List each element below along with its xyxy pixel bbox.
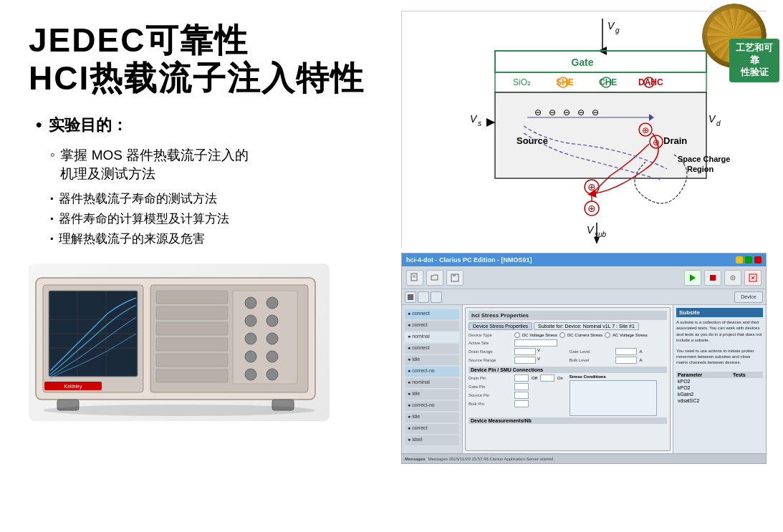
toolbar-export[interactable] bbox=[744, 270, 762, 286]
detail-item-3: 理解热载流子的来源及危害 bbox=[50, 231, 373, 247]
sw-main-content: Device ● connect ● correct ● nominal ● c… bbox=[402, 266, 766, 463]
bulk-level-input[interactable] bbox=[615, 357, 637, 364]
page-container: JEDEC可靠性 HCI热载流子注入特性 实验目的： 掌握 MOS 器件热载流子… bbox=[0, 0, 783, 532]
param-row-1: kPO2 bbox=[676, 378, 763, 385]
svg-rect-90 bbox=[408, 294, 410, 297]
svg-text:⊖: ⊖ bbox=[577, 107, 585, 117]
nav-item-1[interactable]: ● connect bbox=[405, 309, 459, 319]
ac-voltage-label: AC Voltage Stress bbox=[613, 333, 648, 337]
svg-text:⊖: ⊖ bbox=[592, 107, 599, 117]
svg-text:Source: Source bbox=[517, 135, 548, 146]
drain-pin2-input[interactable] bbox=[540, 374, 554, 382]
subsite-title: Subsite bbox=[676, 308, 763, 317]
toolbar-save[interactable] bbox=[446, 270, 463, 286]
svg-text:⊖: ⊖ bbox=[534, 107, 542, 117]
nav-item-5[interactable]: ● idle bbox=[405, 355, 459, 365]
svg-text:SiO₂: SiO₂ bbox=[513, 77, 531, 87]
source-pin-input[interactable] bbox=[514, 392, 529, 399]
svg-text:⊖: ⊖ bbox=[563, 107, 570, 117]
svg-text:−: − bbox=[561, 79, 565, 87]
svg-point-18 bbox=[245, 315, 256, 327]
svg-text:⊕: ⊕ bbox=[587, 203, 596, 214]
tab-subsite[interactable]: Subsite for: Device: Nominal v1L 7 : Sit… bbox=[534, 322, 639, 330]
main-dialog-area: hci Stress Properties Device Stress Prop… bbox=[463, 305, 673, 453]
left-panel: JEDEC可靠性 HCI热载流子注入特性 实验目的： 掌握 MOS 器件热载流子… bbox=[0, 0, 394, 532]
toolbar-run[interactable] bbox=[684, 270, 701, 286]
gate-level-input[interactable] bbox=[615, 348, 637, 355]
sw-toolbar bbox=[402, 266, 766, 289]
dc-current-label: DC Current Stress bbox=[567, 333, 602, 337]
sub-objective-1: 掌握 MOS 器件热载流子注入的机理及测试方法 bbox=[50, 146, 373, 183]
svg-point-19 bbox=[266, 315, 278, 327]
page-title: JEDEC可靠性 HCI热载流子注入特性 bbox=[29, 21, 373, 97]
svg-point-23 bbox=[266, 351, 278, 362]
svg-rect-13 bbox=[156, 354, 228, 367]
svg-text:−: − bbox=[647, 79, 651, 87]
nav-item-9[interactable]: ● correct-no bbox=[405, 401, 459, 411]
active-site-input[interactable] bbox=[514, 339, 557, 347]
svg-text:g: g bbox=[615, 26, 620, 34]
maximize-btn[interactable] bbox=[745, 256, 752, 263]
svg-text:s: s bbox=[478, 120, 481, 127]
nav-item-12[interactable]: ● idsel bbox=[405, 435, 459, 445]
svg-text:Gate: Gate bbox=[571, 57, 593, 68]
subsite-description: A subsite is a collection of devices and… bbox=[676, 319, 763, 344]
sw-title-text: hci-4-dot - Clarius PC Edition - [NMOS91… bbox=[406, 256, 532, 263]
status-message: Messages 2015/11/20 15:57:46 Clarius App… bbox=[428, 457, 553, 461]
toolbar-new[interactable] bbox=[406, 270, 423, 286]
nav-item-4[interactable]: ● connect bbox=[405, 344, 459, 354]
svg-text:⊖: ⊖ bbox=[549, 107, 556, 117]
svg-point-25 bbox=[266, 369, 278, 380]
gate-pin-input[interactable] bbox=[514, 383, 529, 390]
drain-range-input[interactable] bbox=[514, 348, 536, 355]
sw-left-nav: ● connect ● correct ● nominal ● connect … bbox=[402, 305, 463, 453]
minimize-btn[interactable] bbox=[736, 256, 743, 263]
svg-rect-10 bbox=[156, 306, 228, 319]
svg-rect-84 bbox=[710, 275, 716, 281]
device-measurements-label: Device Measurements/Nb bbox=[469, 417, 667, 424]
svg-point-20 bbox=[245, 333, 256, 344]
sw-status-bar: Messages Messages 2015/11/20 15:57:46 Cl… bbox=[402, 453, 766, 463]
hci-stress-dialog: hci Stress Properties Device Stress Prop… bbox=[465, 307, 671, 451]
nav-item-7[interactable]: ● nominal bbox=[405, 378, 459, 388]
nav-item-11[interactable]: ● correct bbox=[405, 424, 459, 434]
smu-connections-label: Device Pin / SMU Connections bbox=[469, 367, 667, 373]
svg-point-22 bbox=[245, 351, 256, 362]
detail-item-2: 器件寿命的计算模型及计算方法 bbox=[50, 211, 373, 227]
stress-conditions-label: Stress Conditions bbox=[570, 374, 668, 379]
svg-text:Drain: Drain bbox=[663, 135, 687, 146]
active-site-label: Active Site bbox=[469, 341, 511, 345]
svg-point-17 bbox=[266, 297, 278, 309]
param-row-3: kGain2 bbox=[676, 391, 763, 397]
source-range-input[interactable] bbox=[514, 357, 536, 364]
nav-item-2[interactable]: ● correct bbox=[405, 321, 459, 331]
svg-point-16 bbox=[245, 297, 256, 309]
nav-item-6[interactable]: ● correct-no bbox=[405, 367, 459, 377]
toolbar-stop[interactable] bbox=[704, 270, 721, 286]
drain-pin-input[interactable] bbox=[514, 374, 529, 382]
nav-item-10[interactable]: ● idle bbox=[405, 412, 459, 422]
bulk-pin-input[interactable] bbox=[514, 400, 529, 407]
sub-toolbar-btn-2[interactable] bbox=[418, 291, 429, 303]
sw-body: ● connect ● correct ● nominal ● connect … bbox=[402, 305, 766, 453]
svg-text:d: d bbox=[716, 120, 721, 127]
nav-item-8[interactable]: ● idle bbox=[405, 390, 459, 400]
ac-voltage-radio[interactable] bbox=[605, 332, 610, 338]
toolbar-open[interactable] bbox=[426, 270, 443, 286]
subsite-actions-text: You need to use actions to initiate prob… bbox=[676, 348, 763, 366]
toolbar-settings[interactable] bbox=[724, 270, 741, 286]
dc-voltage-radio[interactable] bbox=[514, 332, 520, 338]
close-btn[interactable] bbox=[754, 256, 762, 263]
param-row-2: kPO2 bbox=[676, 385, 763, 391]
badge-label: 工艺和可靠性验证 bbox=[729, 39, 779, 82]
svg-rect-9 bbox=[156, 291, 228, 304]
tab-device-stress[interactable]: Device Stress Properties bbox=[469, 322, 532, 330]
objectives-list: 实验目的： bbox=[36, 115, 373, 142]
sub-toolbar-btn-3[interactable] bbox=[431, 291, 442, 303]
svg-rect-15 bbox=[233, 291, 297, 384]
nav-item-3[interactable]: ● nominal bbox=[405, 332, 459, 342]
sub-toolbar-btn-1[interactable] bbox=[405, 291, 416, 303]
svg-point-24 bbox=[245, 369, 256, 380]
dialog-title: hci Stress Properties bbox=[469, 311, 667, 320]
dc-current-radio[interactable] bbox=[559, 332, 565, 338]
